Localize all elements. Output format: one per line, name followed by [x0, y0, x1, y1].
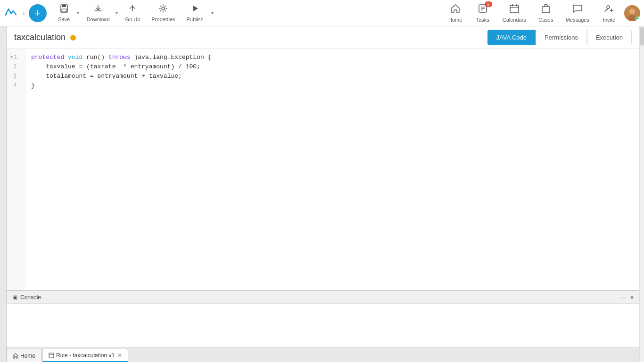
svg-point-0 [5, 14, 7, 16]
close-tab-icon[interactable]: ✕ [117, 352, 122, 359]
code-line-1: protected void run() throws java.lang.Ex… [31, 53, 634, 62]
console-title: Console [20, 294, 41, 301]
console-panel: ▣ Console ··· ▾ [7, 290, 639, 347]
line-num-3: 3 [7, 72, 25, 81]
nav-messages-label: Messages [566, 17, 589, 23]
nav-calendars[interactable]: Calendars [498, 1, 531, 25]
avatar[interactable] [624, 5, 640, 21]
svg-marker-5 [193, 6, 198, 11]
properties-icon [158, 4, 168, 16]
invite-icon [604, 3, 614, 16]
main-panel: taxcalculation JAVA Code Permissions Exe… [7, 26, 639, 362]
page-title: taxcalculation [14, 33, 66, 42]
save-arrow[interactable]: ▾ [76, 8, 80, 17]
nav-tasks-label: Tasks [476, 17, 489, 23]
download-button[interactable]: Download [82, 2, 115, 25]
nav-home[interactable]: Home [443, 1, 468, 25]
scrollbar-thumb[interactable] [640, 27, 644, 46]
publish-button[interactable]: Publish [182, 2, 208, 25]
nav-home-label: Home [448, 17, 462, 23]
go-up-label: Go Up [125, 16, 140, 22]
save-button[interactable]: Save [52, 2, 76, 25]
sidebar-toggle[interactable] [0, 26, 7, 362]
nav-arrow-right[interactable]: › [21, 8, 27, 19]
logo-icon [4, 5, 17, 21]
download-arrow[interactable]: ▾ [115, 8, 119, 17]
properties-label: Properties [151, 16, 175, 22]
fold-icon[interactable]: ▼ [10, 53, 13, 62]
tab-execution[interactable]: Execution [587, 30, 632, 45]
line-num-1: ▼ 1 [7, 53, 25, 62]
svg-point-19 [629, 8, 635, 14]
add-button[interactable]: + [29, 4, 47, 22]
console-expand-icon[interactable]: ▾ [630, 294, 634, 301]
content-area: taxcalculation JAVA Code Permissions Exe… [0, 26, 644, 362]
toolbar-right: Home 9 Tasks Calendars Cases Messages [443, 1, 640, 25]
nav-messages[interactable]: Messages [561, 1, 594, 25]
status-dot [70, 35, 76, 41]
code-line-4: } [31, 81, 634, 90]
line-num-4: 4 [7, 81, 25, 90]
title-bar: taxcalculation JAVA Code Permissions Exe… [7, 26, 639, 49]
save-label: Save [58, 16, 70, 22]
messages-icon [572, 3, 583, 16]
code-line-2: taxvalue = (taxrate * entryamount) / 100… [31, 62, 634, 72]
toolbar-left: › + Save ▾ Download ▾ [4, 2, 215, 25]
home-tab-content: Home [13, 353, 35, 359]
calendars-icon [509, 3, 520, 16]
code-lines: ▼ 1 2 3 4 protected void run() throws ja… [7, 49, 639, 290]
home-tab-label: Home [20, 353, 35, 359]
publish-icon [190, 4, 200, 16]
svg-rect-3 [62, 9, 66, 12]
rule-tab-icon [49, 353, 54, 358]
scrollbar-track[interactable] [639, 26, 644, 362]
properties-button[interactable]: Properties [147, 2, 180, 25]
line-num-2: 2 [7, 62, 25, 72]
main-toolbar: › + Save ▾ Download ▾ [0, 0, 644, 26]
code-line-3: totalamount = entryamount + taxvalue; [31, 72, 634, 81]
home-tab-icon [13, 353, 18, 359]
line-numbers: ▼ 1 2 3 4 [7, 49, 25, 290]
save-icon [59, 4, 69, 16]
rule-tab-label: Rule - taxcalculation v1 [56, 352, 115, 359]
console-dots[interactable]: ··· [621, 294, 627, 301]
download-label: Download [87, 16, 110, 22]
bottom-tab-rule[interactable]: Rule - taxcalculation v1 ✕ [42, 349, 128, 362]
go-up-button[interactable]: Go Up [121, 2, 145, 25]
console-collapse-icon[interactable]: ▣ [12, 294, 17, 301]
nav-tasks[interactable]: 9 Tasks [471, 1, 495, 25]
svg-rect-2 [62, 5, 66, 7]
go-up-icon [128, 4, 137, 16]
tasks-badge: 9 [485, 1, 492, 7]
nav-invite[interactable]: Invite [597, 1, 621, 25]
code-editor[interactable]: ▼ 1 2 3 4 protected void run() throws ja… [7, 49, 639, 290]
cases-icon [541, 3, 551, 16]
online-indicator [636, 16, 640, 21]
title-tabs: JAVA Code Permissions Execution [487, 30, 632, 45]
svg-rect-21 [49, 353, 54, 358]
download-icon [93, 4, 103, 16]
tab-java-code[interactable]: JAVA Code [487, 30, 536, 45]
home-icon [450, 3, 461, 16]
nav-calendars-label: Calendars [503, 17, 526, 23]
svg-point-4 [162, 7, 165, 10]
svg-rect-10 [510, 5, 519, 13]
nav-cases-label: Cases [538, 17, 553, 23]
svg-rect-14 [542, 7, 550, 13]
nav-invite-label: Invite [603, 17, 615, 23]
code-content[interactable]: protected void run() throws java.lang.Ex… [25, 49, 639, 290]
bottom-tabs: Home Rule - taxcalculation v1 ✕ [7, 347, 639, 362]
tab-permissions[interactable]: Permissions [536, 30, 587, 45]
svg-point-15 [607, 6, 610, 8]
console-header: ▣ Console ··· ▾ [7, 291, 639, 304]
publish-label: Publish [187, 16, 204, 22]
publish-arrow[interactable]: ▾ [210, 8, 215, 17]
nav-cases[interactable]: Cases [534, 1, 558, 25]
console-body [7, 304, 639, 347]
bottom-tab-home[interactable]: Home [7, 349, 41, 362]
